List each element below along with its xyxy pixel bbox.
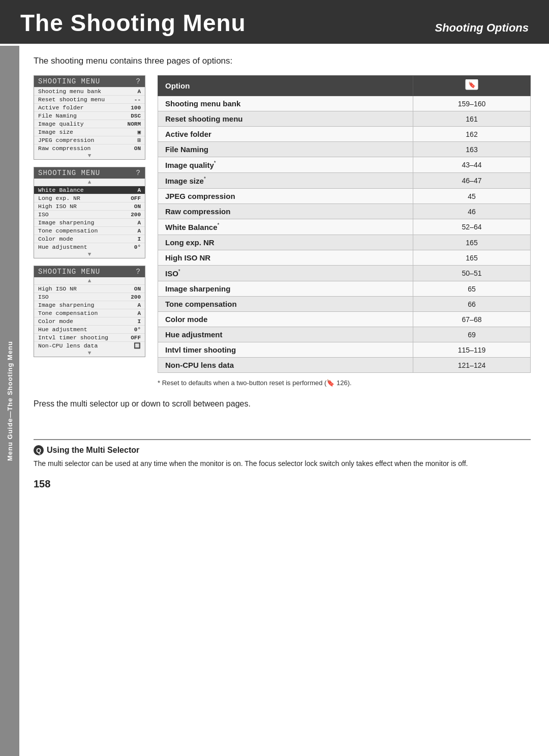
page-cell: 121–124 (413, 358, 531, 373)
menu1-row-4: File Naming DSC (34, 111, 145, 120)
table-row: White Balance*52–64 (158, 219, 531, 235)
menu3-row-1: High ISO NR ON (34, 284, 145, 293)
page-cell: 161 (413, 111, 531, 127)
tip-text: The multi selector can be used at any ti… (34, 458, 531, 469)
footnote: * Reset to defaults when a two-button re… (158, 378, 391, 388)
menu3-scroll-down: ▼ (34, 350, 145, 357)
option-cell: Non-CPU lens data (158, 358, 413, 373)
menu1-row-7: JPEG compression ⊞ (34, 136, 145, 144)
table-row: Tone compensation66 (158, 297, 531, 312)
menu2-row-3: High ISO NR ON (34, 202, 145, 210)
page-cell: 43–44 (413, 157, 531, 173)
press-info: Press the multi selector up or down to s… (34, 399, 531, 409)
page-cell: 46 (413, 204, 531, 219)
table-row: Image quality*43–44 (158, 157, 531, 173)
page-number: 158 (34, 478, 531, 490)
table-row: Active folder162 (158, 127, 531, 142)
camera-menu-header-3: SHOOTING MENU ? (34, 266, 145, 277)
menu2-row-7: Color mode I (34, 235, 145, 243)
table-row: ISO*50–51 (158, 266, 531, 281)
menu1-row-6: Image size ▣ (34, 128, 145, 136)
page-header: The Shooting Menu Shooting Options (0, 0, 549, 44)
menu2-scroll-up: ▲ (34, 179, 145, 186)
option-cell: Shooting menu bank (158, 96, 413, 111)
option-cell: Tone compensation (158, 297, 413, 312)
menu3-row-7: Intvl timer shooting OFF (34, 333, 145, 341)
option-cell: High ISO NR (158, 250, 413, 266)
option-cell: Long exp. NR (158, 235, 413, 250)
option-cell: Active folder (158, 127, 413, 142)
menu3-row-8: Non-CPU lens data 🔲 (34, 341, 145, 350)
sidebar-label: Menu Guide—The Shooting Menu (6, 341, 14, 461)
menu3-row-5: Color mode I (34, 317, 145, 325)
footnote-text: * Reset to defaults when a two-button re… (158, 379, 352, 387)
menu2-row-5: Image sharpening A (34, 218, 145, 226)
bookmark-icon: 🔖 (465, 79, 479, 91)
tip-title: Using the Multi Selector (34, 445, 531, 455)
camera-menu-1: SHOOTING MENU ? Shooting menu bank A Res… (34, 75, 145, 160)
table-row: Reset shooting menu161 (158, 111, 531, 127)
multi-selector-icon (34, 445, 44, 455)
option-cell: Image size* (158, 173, 413, 189)
tip-title-text: Using the Multi Selector (47, 446, 139, 455)
table-row: High ISO NR165 (158, 250, 531, 266)
menu1-row-3: Active folder 100 (34, 103, 145, 111)
page-cell: 45 (413, 189, 531, 204)
page-cell: 66 (413, 297, 531, 312)
content-columns: SHOOTING MENU ? Shooting menu bank A Res… (34, 75, 531, 388)
menu3-row-2: ISO 200 (34, 293, 145, 301)
table-row: File Naming163 (158, 142, 531, 157)
page-cell: 67–68 (413, 312, 531, 327)
camera-menu-header-2: SHOOTING MENU ? (34, 167, 145, 179)
svg-text:🔖: 🔖 (468, 81, 476, 89)
camera-menu-2: SHOOTING MENU ? ▲ White Balance A Long e… (34, 167, 145, 258)
menu1-header-label: SHOOTING MENU (38, 77, 100, 85)
camera-menus: SHOOTING MENU ? Shooting menu bank A Res… (34, 75, 145, 357)
table-row: Image sharpening65 (158, 281, 531, 297)
menu1-help-icon: ? (136, 77, 141, 85)
options-table-wrap: Option 🔖 Shooting menu bank159–160Reset … (158, 75, 531, 388)
option-cell: Color mode (158, 312, 413, 327)
sidebar: Menu Guide—The Shooting Menu (0, 46, 19, 756)
menu1-scroll-down: ▼ (34, 152, 145, 159)
options-table: Option 🔖 Shooting menu bank159–160Reset … (158, 75, 531, 373)
table-row: Non-CPU lens data121–124 (158, 358, 531, 373)
option-cell: Intvl timer shooting (158, 342, 413, 358)
option-cell: Image sharpening (158, 281, 413, 297)
page-cell: 50–51 (413, 266, 531, 281)
option-cell: ISO* (158, 266, 413, 281)
menu2-row-8: Hue adjustment 0° (34, 243, 145, 251)
table-row: Long exp. NR165 (158, 235, 531, 250)
page-cell: 69 (413, 327, 531, 342)
table-row: Intvl timer shooting115–119 (158, 342, 531, 358)
menu1-row-8: Raw compression ON (34, 144, 145, 152)
menu3-row-6: Hue adjustment 0° (34, 325, 145, 333)
page-cell: 65 (413, 281, 531, 297)
main-content: The shooting menu contains three pages o… (19, 44, 549, 502)
page-cell: 46–47 (413, 173, 531, 189)
page-cell: 162 (413, 127, 531, 142)
section-title: Shooting Options (435, 21, 529, 37)
option-cell: White Balance* (158, 219, 413, 235)
menu2-scroll-down: ▼ (34, 251, 145, 258)
table-row: Raw compression46 (158, 204, 531, 219)
menu3-scroll-up: ▲ (34, 277, 145, 284)
table-row: Image size*46–47 (158, 173, 531, 189)
page-title: The Shooting Menu (20, 9, 246, 37)
camera-menu-header-1: SHOOTING MENU ? (34, 76, 145, 87)
menu2-row-2: Long exp. NR OFF (34, 194, 145, 202)
page-cell: 52–64 (413, 219, 531, 235)
menu1-row-5: Image quality NORM (34, 120, 145, 128)
menu2-row-4: ISO 200 (34, 210, 145, 218)
menu1-row-1: Shooting menu bank A (34, 87, 145, 95)
menu2-row-6: Tone compensation A (34, 226, 145, 235)
table-row: Color mode67–68 (158, 312, 531, 327)
col-page-header: 🔖 (413, 76, 531, 96)
table-row: JPEG compression45 (158, 189, 531, 204)
table-row: Shooting menu bank159–160 (158, 96, 531, 111)
option-cell: File Naming (158, 142, 413, 157)
tip-box: Using the Multi Selector The multi selec… (34, 439, 531, 469)
option-cell: Hue adjustment (158, 327, 413, 342)
table-row: Hue adjustment69 (158, 327, 531, 342)
page-cell: 165 (413, 235, 531, 250)
